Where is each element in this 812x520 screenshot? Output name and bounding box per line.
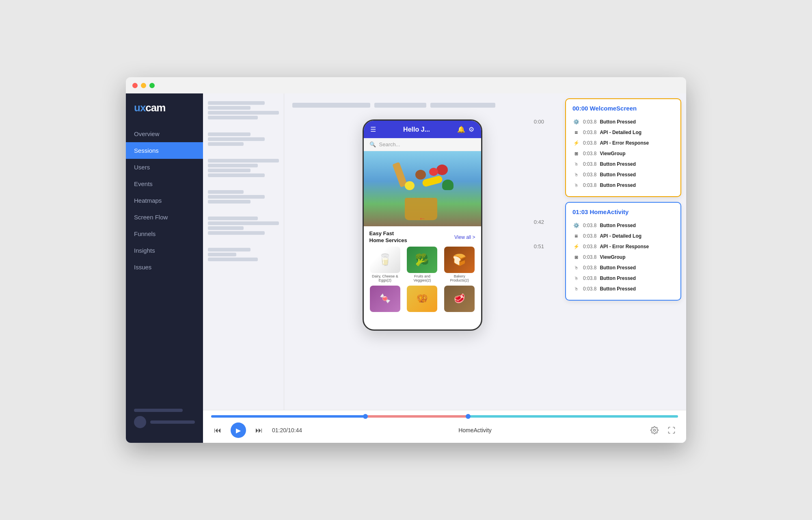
settings-icon: ⚙ [469, 126, 474, 133]
view-all-link[interactable]: View all > [454, 234, 475, 240]
api-error-icon-1: ⚡ [572, 139, 580, 147]
sidebar-item-overview[interactable]: Overview [126, 126, 203, 142]
event-time: 0:03.8 [583, 223, 596, 228]
search-placeholder: Search... [379, 141, 400, 147]
product-image-bakery: 🍞 [444, 247, 475, 273]
sidebar-item-funnels[interactable]: Funnels [126, 225, 203, 242]
api-error-icon-2: ⚡ [572, 243, 580, 250]
event-label: API - Detailed Log [600, 233, 641, 239]
event-label: ViewGroup [600, 151, 625, 156]
sidebar-bottom [126, 402, 203, 435]
maximize-button[interactable] [149, 83, 155, 88]
event-time: 0:03.8 [583, 172, 596, 178]
product-image-veggies: 🥦 [407, 247, 437, 273]
progress-segment-pink [365, 415, 468, 418]
play-button[interactable]: ▶ [231, 422, 246, 438]
sidebar-user-label [150, 420, 195, 424]
timestamp-1: 0:42 [534, 128, 544, 225]
close-button[interactable] [132, 83, 138, 88]
player-area: ⏮ ▶ ⏭ 01:20/10:44 HomeActivity [203, 410, 686, 443]
phone-screen-title: Hello J... [403, 126, 430, 133]
event-row: ⚙️ 0:03.8 Button Pressed [572, 220, 674, 231]
sidebar-user-row [134, 416, 195, 428]
viewgroup-icon-1: ⊞ [572, 150, 580, 157]
search-icon: 🔍 [369, 141, 376, 147]
skip-forward-button[interactable]: ⏭ [253, 424, 266, 437]
app-window: uxcam Overview Sessions Users Events Hea… [126, 77, 686, 443]
event-row: ⚡ 0:03.8 API - Error Response [572, 241, 674, 252]
player-right-controls [648, 424, 678, 437]
sidebar-item-heatmaps[interactable]: Heatmaps [126, 192, 203, 209]
event-time: 0:03.8 [583, 254, 596, 260]
title-bar [126, 77, 686, 93]
product-item-dairy[interactable]: 🥛 Dairy, Cheese &Eggs(2) [368, 247, 403, 282]
event-time: 0:03.8 [583, 140, 596, 146]
phone-mockup: ☰ Hello J... 🔔 ⚙ 🔍 [363, 119, 482, 331]
screen-card-welcome: 00:00 WelcomeScreen ⚙️ 0:03.8 Button Pre… [565, 98, 681, 197]
event-time: 0:03.8 [583, 286, 596, 292]
notification-icon: 🔔 [457, 126, 465, 133]
screen-card-title-welcome: 00:00 WelcomeScreen [572, 105, 674, 112]
timestamp-0: 0:00 [534, 115, 544, 128]
event-time: 0:03.8 [583, 130, 596, 135]
event-time: 0:03.8 [583, 275, 596, 281]
api-log-icon-2: ≡ [572, 232, 580, 240]
event-row: ⚙️ 0:03.8 Button Pressed [572, 117, 674, 127]
product-label-dairy: Dairy, Cheese &Eggs(2) [372, 274, 398, 282]
phone-section-header: Easy FastHome Services View all > [364, 226, 481, 247]
event-row: ≡ 0:03.8 API - Detailed Log [572, 127, 674, 138]
progress-handle-2[interactable] [466, 414, 471, 419]
event-time: 0:03.8 [583, 265, 596, 271]
progress-segment-teal [468, 415, 678, 418]
product-item-veggies[interactable]: 🥦 Fruits andVeggies(2) [405, 247, 440, 282]
event-row: 🖱 0:03.8 Button Pressed [572, 262, 674, 273]
phone-action-icons: 🔔 ⚙ [457, 126, 474, 133]
product-image-2b: 🥨 [407, 286, 437, 312]
sidebar: uxcam Overview Sessions Users Events Hea… [126, 93, 203, 443]
button-pressed-icon-3: 🖱 [572, 171, 580, 178]
button-pressed-icon-4: 🖱 [572, 182, 580, 189]
button-pressed-icon-6: 🖱 [572, 264, 580, 271]
phone-hero-image: ← [364, 151, 481, 226]
fullscreen-button[interactable] [665, 424, 678, 437]
product-grid: 🥛 Dairy, Cheese &Eggs(2) 🥦 Fruits andVeg… [364, 247, 481, 282]
event-row: ⊞ 0:03.8 ViewGroup [572, 252, 674, 262]
product-image-dairy: 🥛 [370, 247, 400, 273]
phone-search-bar[interactable]: 🔍 Search... [364, 138, 481, 151]
product-label-bakery: BakeryProducts(2) [450, 274, 469, 282]
phone-header: ☰ Hello J... 🔔 ⚙ [364, 121, 481, 138]
product-item-2a[interactable]: 🍬 [368, 286, 403, 312]
product-item-2b[interactable]: 🥨 [405, 286, 440, 312]
skip-back-button[interactable]: ⏮ [211, 424, 224, 437]
event-label: Button Pressed [600, 265, 636, 271]
product-item-2c[interactable]: 🥩 [442, 286, 477, 312]
sidebar-progress-bar [134, 409, 183, 412]
logo: uxcam [126, 102, 203, 126]
progress-segment-blue [211, 415, 365, 418]
product-item-bakery[interactable]: 🍞 BakeryProducts(2) [442, 247, 477, 282]
button-pressed-icon-7: 🖱 [572, 275, 580, 282]
event-label: Button Pressed [600, 182, 636, 188]
sidebar-item-users[interactable]: Users [126, 159, 203, 176]
event-label: API - Error Response [600, 140, 649, 146]
sidebar-item-insights[interactable]: Insights [126, 242, 203, 259]
current-screen-name: HomeActivity [309, 427, 641, 433]
hamburger-icon: ☰ [370, 126, 376, 133]
player-controls: ⏮ ▶ ⏭ 01:20/10:44 HomeActivity [211, 422, 678, 438]
sidebar-item-issues[interactable]: Issues [126, 259, 203, 275]
screen-card-title-home: 01:03 HomeActivity [572, 208, 674, 215]
sidebar-item-sessions[interactable]: Sessions [126, 142, 203, 159]
event-row: 🖱 0:03.8 Button Pressed [572, 273, 674, 284]
minimize-button[interactable] [141, 83, 146, 88]
event-label: Button Pressed [600, 275, 636, 281]
event-label: Button Pressed [600, 286, 636, 292]
progress-bar[interactable] [211, 415, 678, 418]
sidebar-item-screenflow[interactable]: Screen Flow [126, 209, 203, 225]
progress-handle-1[interactable] [363, 414, 368, 419]
event-time: 0:03.8 [583, 151, 596, 156]
settings-player-button[interactable] [648, 424, 661, 437]
event-label: API - Detailed Log [600, 130, 641, 135]
right-panel: 00:00 WelcomeScreen ⚙️ 0:03.8 Button Pre… [560, 93, 686, 410]
sidebar-avatar [134, 416, 146, 428]
sidebar-item-events[interactable]: Events [126, 176, 203, 192]
